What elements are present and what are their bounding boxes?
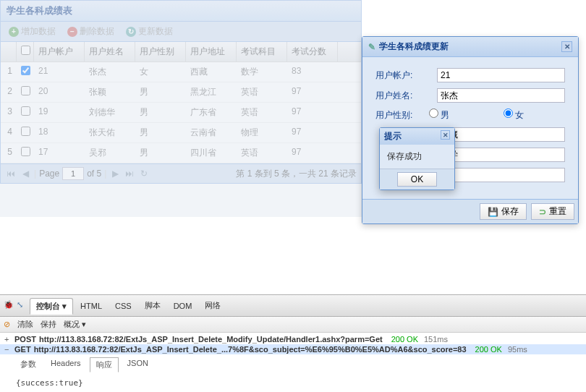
net-request-line[interactable]: +POST http://113.83.168.72:82/ExtJs_ASP_… (0, 334, 586, 344)
expand-icon[interactable]: + (4, 335, 12, 344)
tab-script[interactable]: 脚本 (139, 298, 166, 313)
form-title: 学生各科成绩更新 (379, 41, 449, 53)
request-url: http://113.83.168.72:82/ExtJs_ASP_Insert… (34, 345, 467, 354)
save-button[interactable]: 💾保存 (480, 203, 527, 220)
close-icon[interactable]: ✕ (561, 41, 572, 52)
profile-button[interactable]: 概况 ▾ (64, 319, 86, 330)
alert-message: 保存成功 (380, 145, 454, 169)
expand-icon[interactable]: − (4, 345, 12, 354)
subtab-json[interactable]: JSON (122, 357, 154, 372)
form-window-header[interactable]: ✎ 学生各科成绩更新 ✕ (362, 37, 578, 57)
firebug-icon[interactable]: 🐞 (4, 300, 15, 312)
subject-field[interactable] (437, 148, 565, 162)
persist-button[interactable]: 保持 (41, 319, 56, 330)
clear-button[interactable]: 清除 (17, 319, 33, 330)
tab-console[interactable]: 控制台 ▾ (30, 298, 73, 315)
disk-icon: 💾 (488, 207, 498, 217)
address-field[interactable] (437, 127, 565, 142)
request-time: 95ms (508, 345, 527, 354)
radio-female[interactable] (504, 108, 513, 118)
radio-male[interactable] (429, 108, 438, 118)
label-name: 用户姓名: (375, 90, 437, 102)
alert-close-icon[interactable]: ✕ (441, 130, 450, 140)
request-url: http://113.83.168.72:82/ExtJs_ASP_Insert… (39, 335, 383, 344)
name-field[interactable] (437, 88, 565, 103)
alert-header[interactable]: 提示 ✕ (380, 128, 454, 145)
response-body: {success:true} (0, 374, 586, 392)
inspect-icon[interactable]: ⤡ (17, 300, 28, 312)
http-method: POST (14, 335, 36, 344)
score-field[interactable] (437, 168, 565, 182)
reset-button[interactable]: ⊃重置 (531, 203, 574, 220)
tab-css[interactable]: CSS (109, 299, 137, 312)
status-code: 200 OK (391, 335, 418, 344)
label-account: 用户帐户: (375, 69, 437, 82)
request-time: 151ms (424, 335, 448, 344)
modal-mask (0, 0, 362, 217)
label-gender: 用户性别: (375, 109, 429, 122)
status-code: 200 OK (475, 345, 502, 354)
subtab-response[interactable]: 响应 (90, 357, 119, 372)
reset-icon: ⊃ (539, 207, 546, 217)
form-icon: ✎ (368, 42, 375, 52)
subtab-params[interactable]: 参数 (14, 357, 42, 372)
net-request-line[interactable]: −GET http://113.83.168.72:82/ExtJs_ASP_I… (0, 344, 586, 354)
account-field[interactable] (437, 68, 565, 82)
subtab-headers[interactable]: Headers (45, 357, 87, 372)
tab-dom[interactable]: DOM (168, 299, 198, 312)
tab-html[interactable]: HTML (75, 299, 108, 312)
tab-net[interactable]: 网络 (199, 298, 226, 313)
alert-title: 提示 (384, 130, 402, 142)
radio-male-label[interactable]: 男 (429, 108, 491, 122)
http-method: GET (14, 345, 31, 354)
firebug-panel: 🐞 ⤡ 控制台 ▾ HTML CSS 脚本 DOM 网络 ⊘ 清除 保持 概况 … (0, 294, 586, 392)
alert-ok-button[interactable]: OK (397, 172, 437, 187)
radio-female-label[interactable]: 女 (504, 108, 565, 122)
stop-icon[interactable]: ⊘ (4, 320, 10, 329)
